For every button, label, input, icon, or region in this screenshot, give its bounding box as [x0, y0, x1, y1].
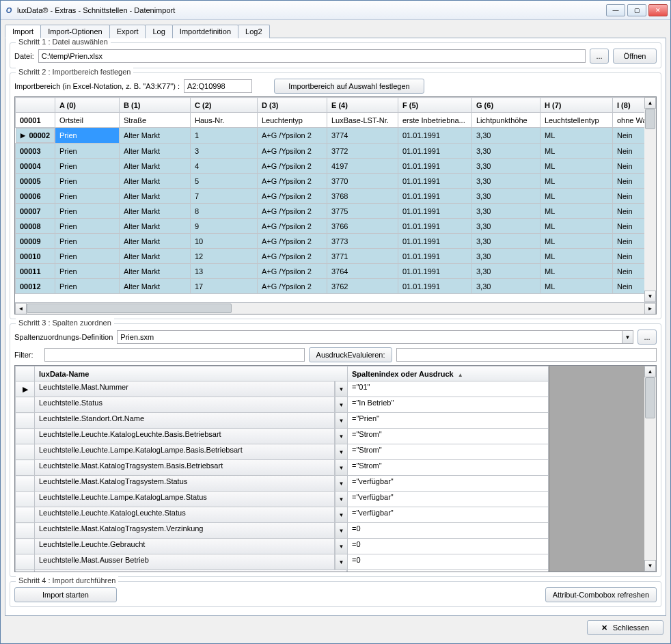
preview-cell[interactable]: Alter Markt: [120, 234, 191, 249]
preview-cell[interactable]: 01.01.1991: [398, 189, 472, 204]
preview-cell[interactable]: ML: [540, 249, 613, 264]
preview-cell[interactable]: 3770: [327, 174, 398, 189]
preview-cell[interactable]: Nein: [613, 279, 645, 294]
tab-export[interactable]: Export: [109, 25, 146, 38]
mapping-row-header[interactable]: [16, 413, 35, 429]
chevron-down-icon[interactable]: ▼: [336, 492, 347, 507]
preview-col-header[interactable]: E (4): [327, 98, 398, 113]
preview-cell[interactable]: Nein: [613, 128, 645, 144]
preview-cell[interactable]: 3764: [327, 264, 398, 279]
preview-cell[interactable]: 3774: [327, 128, 398, 144]
preview-cell[interactable]: 3768: [327, 189, 398, 204]
preview-row-number[interactable]: 00007: [16, 204, 55, 219]
mapping-row-header[interactable]: [16, 460, 35, 476]
preview-cell[interactable]: Lichtpunkthöhe: [472, 113, 540, 128]
preview-cell[interactable]: Prien: [55, 159, 120, 174]
close-button[interactable]: ✕: [648, 4, 668, 16]
preview-row-number[interactable]: 00006: [16, 189, 55, 204]
preview-cell[interactable]: ML: [540, 204, 613, 219]
preview-col-header[interactable]: C (2): [191, 98, 258, 113]
preview-row-number[interactable]: 00001: [16, 113, 55, 128]
preview-cell[interactable]: 3,30: [472, 219, 540, 234]
preview-col-header[interactable]: [16, 98, 55, 113]
tab-log[interactable]: Log: [145, 25, 172, 38]
mapping-luxname[interactable]: Leuchtstelle.Standort.Ort.Name: [35, 413, 335, 428]
preview-cell[interactable]: Prien: [55, 128, 120, 144]
preview-cell[interactable]: A+G /Ypsilon 2: [258, 219, 327, 234]
preview-cell[interactable]: Straße: [120, 113, 191, 128]
preview-cell[interactable]: Prien: [55, 144, 120, 159]
preview-col-header[interactable]: H (7): [540, 98, 613, 113]
preview-cell[interactable]: Prien: [55, 279, 120, 294]
preview-cell[interactable]: 13: [191, 264, 258, 279]
open-file-button[interactable]: Öffnen: [613, 49, 657, 64]
col-expression[interactable]: Spaltenindex oder Ausdruck▲: [348, 366, 549, 381]
preview-cell[interactable]: erste Inbetriebna...: [398, 113, 472, 128]
preview-cell[interactable]: Haus-Nr.: [191, 113, 258, 128]
preview-cell[interactable]: Nein: [613, 159, 645, 174]
chevron-down-icon[interactable]: ▼: [336, 429, 347, 444]
preview-cell[interactable]: ML: [540, 234, 613, 249]
preview-cell[interactable]: 4: [191, 159, 258, 174]
mapping-expression[interactable]: ="Prien": [348, 413, 548, 428]
preview-cell[interactable]: 01.01.1991: [398, 264, 472, 279]
preview-vscroll[interactable]: ▲ ▼: [644, 97, 656, 302]
preview-cell[interactable]: Nein: [613, 174, 645, 189]
chevron-down-icon[interactable]: ▼: [336, 507, 347, 522]
preview-cell[interactable]: 01.01.1991: [398, 219, 472, 234]
preview-cell[interactable]: ML: [540, 159, 613, 174]
chevron-down-icon[interactable]: ▼: [336, 554, 347, 569]
mapping-expression[interactable]: ="Strom": [348, 429, 548, 444]
preview-cell[interactable]: 3766: [327, 219, 398, 234]
mapping-expression[interactable]: ="verfügbar": [348, 476, 548, 491]
preview-cell[interactable]: A+G /Ypsilon 2: [258, 234, 327, 249]
mapping-luxname[interactable]: Leuchtstelle.Mast.KatalogTragsystem.Verz…: [35, 523, 335, 538]
preview-cell[interactable]: ohne Wa: [613, 113, 645, 128]
mapping-luxname[interactable]: Leuchtstelle.Leuchte.KatalogLeuchte.Stat…: [35, 507, 335, 522]
mapping-row-header[interactable]: [16, 539, 35, 554]
apply-range-button[interactable]: Importbereich auf Auswahl festlegen: [274, 79, 424, 94]
file-path-input[interactable]: [38, 49, 586, 63]
chevron-down-icon[interactable]: ▼: [336, 476, 347, 491]
preview-col-header[interactable]: I (8): [613, 98, 645, 113]
preview-row-number[interactable]: 00012: [16, 279, 55, 294]
mapping-row-header[interactable]: [16, 476, 35, 492]
mapping-luxname[interactable]: Leuchtstelle.Leuchte.Lampe.KatalogLampe.…: [35, 444, 335, 459]
preview-row-number[interactable]: ▶00002: [16, 128, 55, 143]
mapping-luxname[interactable]: Leuchtstelle.Mast.Nummer: [35, 381, 335, 397]
chevron-down-icon[interactable]: ▼: [336, 460, 347, 475]
preview-cell[interactable]: Alter Markt: [120, 279, 191, 294]
preview-cell[interactable]: LuxBase-LST-Nr.: [327, 113, 398, 128]
preview-cell[interactable]: Nein: [613, 219, 645, 234]
dialog-close-button[interactable]: ✕ Schliessen: [587, 620, 663, 635]
preview-cell[interactable]: 3,30: [472, 128, 540, 144]
preview-cell[interactable]: Leuchtentyp: [258, 113, 327, 128]
browse-definition-button[interactable]: ...: [638, 330, 657, 345]
preview-cell[interactable]: 9: [191, 219, 258, 234]
mapping-luxname[interactable]: Leuchtstelle.Mast.KatalogTragsystem.Basi…: [35, 460, 335, 475]
mapping-expression[interactable]: =0: [348, 523, 548, 538]
maximize-button[interactable]: ▢: [627, 4, 646, 16]
mapping-expression[interactable]: =0: [348, 539, 548, 554]
chevron-down-icon[interactable]: ▼: [336, 397, 347, 412]
preview-col-header[interactable]: B (1): [120, 98, 191, 113]
preview-col-header[interactable]: G (6): [472, 98, 540, 113]
preview-cell[interactable]: 3,30: [472, 264, 540, 279]
mapping-row-header[interactable]: [16, 492, 35, 507]
mapping-row-header[interactable]: [16, 523, 35, 539]
preview-cell[interactable]: 3773: [327, 234, 398, 249]
preview-cell[interactable]: Alter Markt: [120, 144, 191, 159]
preview-cell[interactable]: Alter Markt: [120, 189, 191, 204]
preview-cell[interactable]: 7: [191, 189, 258, 204]
chevron-down-icon[interactable]: ▼: [336, 523, 347, 538]
preview-cell[interactable]: 3: [191, 144, 258, 159]
preview-row-number[interactable]: 00010: [16, 249, 55, 264]
preview-cell[interactable]: Nein: [613, 144, 645, 159]
tab-import-optionen[interactable]: Import-Optionen: [40, 25, 109, 38]
mapping-luxname[interactable]: Leuchtstelle.Leuchte.Lampe.KatalogLampe.…: [35, 492, 335, 507]
definition-input[interactable]: [117, 330, 622, 344]
preview-cell[interactable]: 3775: [327, 204, 398, 219]
preview-cell[interactable]: ML: [540, 189, 613, 204]
preview-col-header[interactable]: D (3): [258, 98, 327, 113]
preview-cell[interactable]: A+G /Ypsilon 2: [258, 249, 327, 264]
